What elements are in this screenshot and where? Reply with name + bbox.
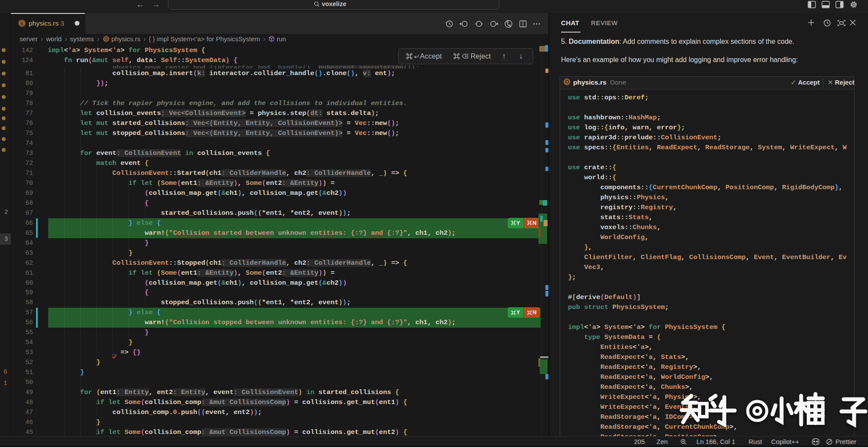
svg-text:R: R	[105, 37, 107, 41]
svg-text:R: R	[565, 79, 568, 84]
svg-text:R: R	[20, 21, 24, 26]
